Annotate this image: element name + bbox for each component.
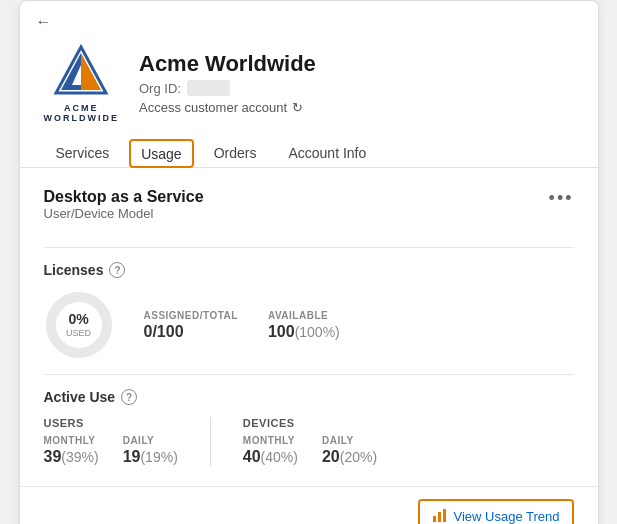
devices-monthly-value: 40(40%) (243, 448, 298, 466)
back-button[interactable]: ← (20, 1, 598, 31)
users-group-label: USERS (44, 417, 178, 429)
devices-stats-row: MONTHLY 40(40%) DAILY 20(20%) (243, 435, 377, 466)
users-daily-value: 19(19%) (123, 448, 178, 466)
users-monthly-value: 39(39%) (44, 448, 99, 466)
donut-pct: 0% (66, 311, 91, 328)
tab-orders[interactable]: Orders (202, 139, 269, 167)
more-menu-button[interactable]: ••• (549, 188, 574, 209)
users-daily-pct: (19%) (140, 449, 177, 465)
svg-rect-5 (433, 516, 436, 522)
assigned-stat: ASSIGNED/TOTAL 0/100 (144, 310, 238, 341)
donut-label: 0% USED (66, 311, 91, 339)
access-link-row: Access customer account ↻ (139, 100, 574, 115)
available-stat: AVAILABLE 100(100%) (268, 310, 340, 341)
users-monthly-pct: (39%) (61, 449, 98, 465)
org-id-value (187, 80, 230, 96)
available-pct: (100%) (295, 324, 340, 340)
available-value: 100(100%) (268, 323, 340, 341)
svg-rect-7 (443, 509, 446, 522)
users-stats-row: MONTHLY 39(39%) DAILY 19(19%) (44, 435, 178, 466)
tabs-bar: Services Usage Orders Account Info (20, 123, 598, 168)
users-monthly-label: MONTHLY (44, 435, 99, 446)
tab-services[interactable]: Services (44, 139, 122, 167)
assigned-label: ASSIGNED/TOTAL (144, 310, 238, 321)
devices-monthly-label: MONTHLY (243, 435, 298, 446)
devices-daily-label: DAILY (322, 435, 377, 446)
svg-rect-6 (438, 512, 441, 522)
divider-2 (44, 374, 574, 375)
org-id-row: Org ID: (139, 80, 574, 96)
footer: View Usage Trend (20, 486, 598, 524)
view-trend-label: View Usage Trend (454, 509, 560, 524)
access-link[interactable]: Access customer account (139, 100, 287, 115)
divider-1 (44, 247, 574, 248)
users-daily-label: DAILY (123, 435, 178, 446)
service-header: Desktop as a Service User/Device Model •… (44, 188, 574, 233)
tab-account-info[interactable]: Account Info (276, 139, 378, 167)
devices-monthly-pct: (40%) (261, 449, 298, 465)
devices-monthly-num: 40 (243, 448, 261, 465)
logo-area: ACMEWORLDWIDE (44, 43, 120, 123)
users-monthly-col: MONTHLY 39(39%) (44, 435, 99, 466)
back-icon: ← (36, 13, 52, 30)
users-daily-num: 19 (123, 448, 141, 465)
service-subtitle: User/Device Model (44, 206, 204, 221)
devices-daily-col: DAILY 20(20%) (322, 435, 377, 466)
active-use-label: Active Use (44, 389, 116, 405)
main-content: Desktop as a Service User/Device Model •… (20, 168, 598, 486)
acme-logo (46, 43, 116, 103)
org-id-label: Org ID: (139, 81, 181, 96)
company-info: Acme Worldwide Org ID: Access customer a… (139, 51, 574, 115)
vertical-divider (210, 417, 211, 466)
donut-sub: USED (66, 328, 91, 339)
active-use-stats: USERS MONTHLY 39(39%) DAILY 19(19%) (44, 417, 574, 466)
company-name: Acme Worldwide (139, 51, 574, 77)
view-usage-trend-button[interactable]: View Usage Trend (418, 499, 574, 524)
devices-daily-value: 20(20%) (322, 448, 377, 466)
refresh-icon[interactable]: ↻ (292, 100, 303, 115)
active-use-help-icon[interactable]: ? (121, 389, 137, 405)
devices-daily-num: 20 (322, 448, 340, 465)
tab-usage[interactable]: Usage (129, 139, 193, 168)
licenses-help-icon[interactable]: ? (109, 262, 125, 278)
licenses-label: Licenses (44, 262, 104, 278)
logo-text: ACMEWORLDWIDE (44, 103, 120, 123)
service-title: Desktop as a Service (44, 188, 204, 206)
licenses-section-header: Licenses ? (44, 262, 574, 278)
licenses-row: 0% USED ASSIGNED/TOTAL 0/100 AVAILABLE 1… (44, 290, 574, 360)
devices-group: DEVICES MONTHLY 40(40%) DAILY 20(20%) (243, 417, 377, 466)
devices-group-label: DEVICES (243, 417, 377, 429)
devices-daily-pct: (20%) (340, 449, 377, 465)
donut-chart: 0% USED (44, 290, 114, 360)
svg-marker-2 (81, 53, 101, 90)
available-label: AVAILABLE (268, 310, 340, 321)
assigned-value: 0/100 (144, 323, 238, 341)
devices-monthly-col: MONTHLY 40(40%) (243, 435, 298, 466)
users-monthly-num: 39 (44, 448, 62, 465)
main-card: ← ACMEWORLDWIDE Acme Worldwide Org ID: (19, 0, 599, 524)
active-use-header: Active Use ? (44, 389, 574, 405)
users-group: USERS MONTHLY 39(39%) DAILY 19(19%) (44, 417, 178, 466)
chart-bar-icon (432, 507, 448, 524)
available-num: 100 (268, 323, 295, 340)
users-daily-col: DAILY 19(19%) (123, 435, 178, 466)
header: ACMEWORLDWIDE Acme Worldwide Org ID: Acc… (20, 31, 598, 123)
